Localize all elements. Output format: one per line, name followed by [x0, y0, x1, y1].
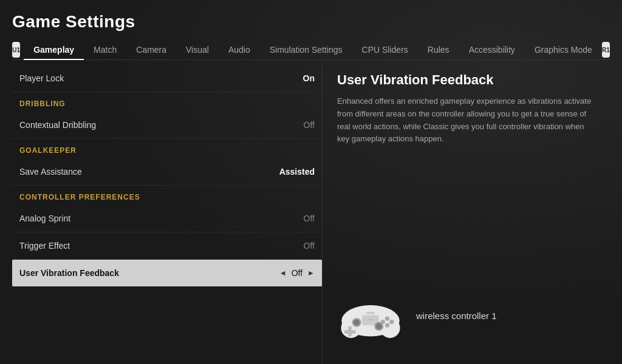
- svg-point-12: [385, 323, 389, 327]
- tab-simulation[interactable]: Simulation Settings: [260, 40, 352, 59]
- svg-point-13: [381, 320, 385, 324]
- nav-icon-right: R1: [602, 42, 610, 58]
- tab-accessibility[interactable]: Accessibility: [459, 40, 525, 59]
- section-dribbling: DRIBBLING: [12, 92, 322, 112]
- svg-point-11: [389, 320, 394, 324]
- right-panel: User Vibration Feedback Enhanced offers …: [323, 60, 610, 364]
- controller-name: wireless controller 1: [416, 311, 497, 321]
- arrow-left-icon[interactable]: ◄: [279, 269, 287, 277]
- controller-display: wireless controller 1: [337, 291, 595, 352]
- svg-point-5: [354, 320, 360, 325]
- nav-tabs: U1 Gameplay Match Camera Visual Audio Si…: [12, 40, 610, 60]
- detail-title: User Vibration Feedback: [337, 72, 595, 88]
- svg-rect-9: [344, 330, 355, 334]
- main-content: Player Lock On DRIBBLING Contextual Drib…: [12, 60, 610, 364]
- page-title: Game Settings: [12, 12, 610, 32]
- section-controller-preferences: CONTROLLER PREFERENCES: [12, 186, 322, 205]
- svg-point-7: [376, 323, 381, 329]
- arrow-right-icon[interactable]: ►: [307, 269, 315, 277]
- left-panel: Player Lock On DRIBBLING Contextual Drib…: [12, 60, 322, 364]
- setting-analog-sprint[interactable]: Analog Sprint Off: [12, 205, 322, 232]
- svg-point-15: [368, 319, 370, 321]
- tab-rules[interactable]: Rules: [418, 40, 459, 59]
- setting-save-assistance[interactable]: Save Assistance Assisted: [12, 158, 322, 186]
- setting-user-vibration[interactable]: User Vibration Feedback ◄ Off ►: [12, 260, 322, 287]
- setting-player-lock[interactable]: Player Lock On: [12, 65, 322, 92]
- tab-camera[interactable]: Camera: [126, 40, 176, 59]
- tab-visual[interactable]: Visual: [176, 40, 219, 59]
- vibration-arrow-control[interactable]: ◄ Off ►: [279, 268, 315, 278]
- tab-cpu-sliders[interactable]: CPU Sliders: [352, 40, 418, 59]
- svg-point-17: [371, 319, 373, 321]
- setting-contextual-dribbling[interactable]: Contextual Dribbling Off: [12, 112, 322, 139]
- svg-point-16: [370, 319, 372, 321]
- tab-match[interactable]: Match: [84, 40, 126, 59]
- svg-point-10: [385, 316, 389, 320]
- svg-rect-14: [366, 312, 375, 314]
- tab-gameplay[interactable]: Gameplay: [24, 40, 84, 59]
- tab-audio[interactable]: Audio: [219, 40, 260, 59]
- nav-icon-left: U1: [12, 42, 20, 58]
- controller-icon: [337, 291, 404, 340]
- detail-description: Enhanced offers an enriched gameplay exp…: [337, 95, 595, 146]
- setting-trigger-effect[interactable]: Trigger Effect Off: [12, 232, 322, 260]
- section-goalkeeper: GOALKEEPER: [12, 139, 322, 158]
- tab-graphics[interactable]: Graphics Mode: [525, 40, 602, 59]
